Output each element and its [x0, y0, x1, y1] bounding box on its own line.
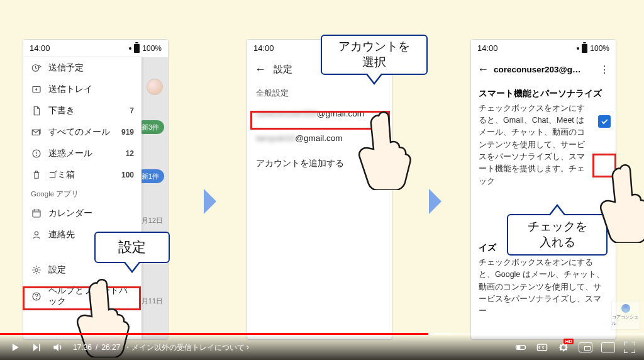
account-item-1[interactable]: coreconuser203@gmail.com	[247, 101, 392, 126]
app-bar: ← coreconuser203@g… ⋮	[471, 57, 616, 82]
svg-point-7	[35, 269, 38, 272]
status-time: 14:00	[477, 43, 498, 53]
arrow-icon	[426, 188, 444, 215]
miniplayer-button[interactable]	[579, 342, 592, 352]
drawer-item-label: カレンダー	[48, 208, 134, 219]
setting-title: スマート機能とパーソナライズ	[471, 82, 616, 101]
account-item-2[interactable]: taroyuki10@gmail.com	[247, 126, 392, 150]
drawer-item-label: 下書き	[48, 105, 123, 116]
svg-rect-5	[33, 210, 40, 217]
svg-marker-11	[429, 189, 441, 214]
drawer-item-outbox[interactable]: 送信トレイ	[23, 79, 142, 100]
trash-icon	[31, 169, 42, 181]
callout-select-account: アカウントを 選択	[321, 35, 428, 75]
drawer-item-count: 7	[130, 106, 134, 115]
callout-settings: 設定	[94, 232, 170, 263]
channel-watermark[interactable]: コアコンシェル	[611, 301, 640, 330]
drawer-item-scheduled[interactable]: 送信予定	[23, 57, 142, 79]
svg-point-13	[518, 346, 520, 349]
gear-icon	[31, 264, 42, 276]
player-controls: 17:36 / 26:27 ・メイン以外の受信トレイについて› HD	[0, 335, 644, 360]
arrow-icon	[201, 188, 219, 215]
next-button[interactable]	[30, 341, 43, 354]
hd-badge: HD	[564, 339, 574, 344]
draft-icon	[31, 105, 42, 116]
svg-point-4	[36, 155, 37, 156]
page-title: 設定	[274, 64, 292, 76]
drawer-item-drafts[interactable]: 下書き 7	[23, 100, 142, 121]
settings-button[interactable]: HD	[557, 341, 570, 354]
mock-phone-3: 14:00 100% ← coreconuser203@g… ⋮ スマート機能と…	[470, 39, 616, 340]
battery-icon	[134, 44, 140, 53]
svg-point-6	[35, 232, 38, 235]
all-mail-icon	[31, 127, 42, 138]
status-battery: 100%	[142, 44, 162, 53]
theater-button[interactable]	[601, 342, 615, 352]
drawer-item-label: 設定	[48, 264, 134, 276]
drawer-section-label: Google アプリ	[23, 186, 142, 203]
svg-point-9	[36, 298, 37, 299]
back-button[interactable]: ←	[477, 63, 489, 76]
add-account-link[interactable]: アカウントを追加する	[247, 150, 392, 177]
page-title: coreconuser203@g…	[494, 65, 594, 74]
smart-features-checkbox[interactable]	[598, 115, 611, 128]
status-right: 100%	[129, 44, 162, 53]
send-icon	[31, 84, 42, 95]
drawer-item-calendar[interactable]: カレンダー	[23, 203, 142, 224]
callout-check: チェックを 入れる	[507, 214, 608, 256]
status-bar: 14:00 100%	[23, 40, 168, 57]
drawer-item-count: 919	[121, 128, 134, 137]
help-icon	[31, 291, 42, 302]
contacts-icon	[31, 229, 42, 240]
mock-phone-1: 14:00 100% 新3件 新1件 4月12日 4月11日 送信予定 送信トレ…	[23, 39, 169, 340]
time-display: 17:36 / 26:27 ・メイン以外の受信トレイについて›	[73, 342, 249, 353]
captions-button[interactable]	[536, 341, 548, 354]
status-time: 14:00	[30, 43, 50, 53]
general-settings-link[interactable]: 全般設定	[247, 82, 392, 101]
setting-description: チェックボックスをオンにすると、Gmail、Chat、Meet はメール、チャッ…	[471, 101, 616, 193]
drawer-item-spam[interactable]: 迷惑メール 12	[23, 143, 142, 164]
autoplay-toggle[interactable]	[514, 341, 527, 354]
status-right: 100%	[577, 44, 609, 53]
nav-drawer: 送信予定 送信トレイ 下書き 7 すべてのメール 919 迷惑メール 12	[23, 57, 142, 339]
chapter-button[interactable]: ・メイン以外の受信トレイについて›	[124, 342, 249, 353]
avatar	[147, 79, 163, 95]
drawer-item-label: ヘルプとフィードバック	[48, 286, 134, 307]
clock-send-icon	[31, 62, 42, 74]
status-time: 14:00	[253, 43, 274, 53]
drawer-item-trash[interactable]: ゴミ箱 100	[23, 164, 142, 186]
video-frame: 14:00 100% 新3件 新1件 4月12日 4月11日 送信予定 送信トレ…	[0, 0, 644, 360]
drawer-item-label: すべてのメール	[48, 127, 115, 138]
spam-icon	[31, 148, 42, 159]
volume-button[interactable]	[52, 341, 64, 354]
drawer-item-label: 迷惑メール	[48, 148, 119, 159]
svg-marker-10	[204, 189, 216, 214]
drawer-item-allmail[interactable]: すべてのメール 919	[23, 121, 142, 143]
chevron-right-icon: ›	[246, 342, 249, 352]
drawer-item-count: 12	[126, 149, 134, 158]
watermark-logo-icon	[621, 304, 630, 313]
calendar-icon	[31, 208, 42, 219]
play-button[interactable]	[9, 341, 21, 354]
drawer-item-help[interactable]: ヘルプとフィードバック	[23, 281, 142, 312]
drawer-item-label: 送信トレイ	[48, 84, 134, 95]
drawer-item-label: ゴミ箱	[48, 169, 115, 181]
status-bar: 14:00 100%	[471, 40, 616, 57]
status-battery: 100%	[590, 44, 609, 53]
drawer-item-count: 100	[121, 171, 134, 179]
overflow-menu-button[interactable]: ⋮	[599, 64, 609, 76]
fullscreen-button[interactable]	[624, 342, 635, 353]
battery-icon	[582, 44, 587, 53]
setting-description: チェックボックスをオンにすると、Google はメール、チャット、動画のコンテン…	[471, 256, 616, 323]
back-button[interactable]: ←	[255, 63, 266, 76]
drawer-item-label: 送信予定	[48, 62, 134, 74]
